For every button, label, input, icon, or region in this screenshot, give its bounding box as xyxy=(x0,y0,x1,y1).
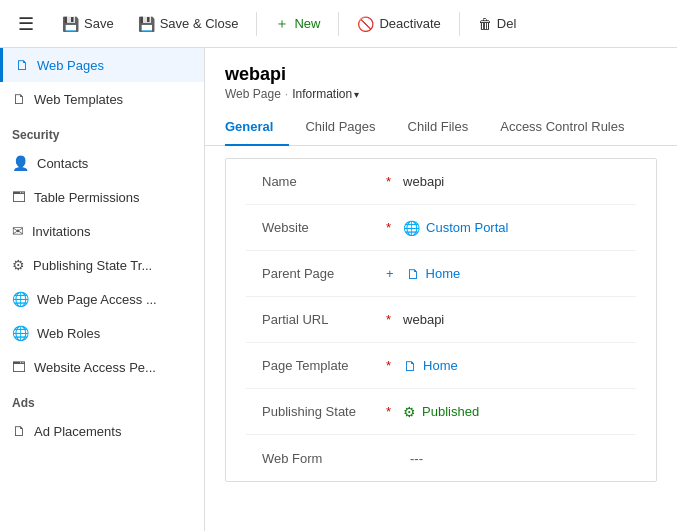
web-pages-icon: 🗋 xyxy=(15,57,29,73)
required-website: * xyxy=(386,220,391,235)
section-ads: Ads xyxy=(0,384,204,414)
breadcrumb-section-dropdown[interactable]: Information ▾ xyxy=(292,87,359,101)
sidebar-item-label-web-roles: Web Roles xyxy=(37,326,100,341)
value-publishing-state[interactable]: ⚙ Published xyxy=(403,404,479,420)
delete-label: Del xyxy=(497,16,517,31)
sidebar-item-ad-placements[interactable]: 🗋 Ad Placements xyxy=(0,414,204,448)
form-row-page-template: Page Template * 🗋 Home xyxy=(246,343,636,389)
toolbar-divider-3 xyxy=(459,12,460,36)
form-area: Name * webapi Website * 🌐 Custom Portal … xyxy=(225,158,657,482)
form-row-parent-page: Parent Page + 🗋 Home xyxy=(246,251,636,297)
tab-child-pages[interactable]: Child Pages xyxy=(289,109,391,146)
sidebar-item-label-invitations: Invitations xyxy=(32,224,91,239)
required-name: * xyxy=(386,174,391,189)
web-templates-icon: 🗋 xyxy=(12,91,26,107)
label-parent-page: Parent Page xyxy=(262,266,382,281)
parent-page-icon: 🗋 xyxy=(406,266,420,282)
contacts-icon: 👤 xyxy=(12,155,29,171)
sidebar-item-table-permissions[interactable]: 🗔 Table Permissions xyxy=(0,180,204,214)
sidebar-item-label-web-templates: Web Templates xyxy=(34,92,123,107)
sidebar: 🗋 Web Pages 🗋 Web Templates Security 👤 C… xyxy=(0,48,205,531)
label-partial-url: Partial URL xyxy=(262,312,382,327)
value-website[interactable]: 🌐 Custom Portal xyxy=(403,220,508,236)
publishing-state-val-icon: ⚙ xyxy=(403,404,416,420)
sidebar-item-website-access[interactable]: 🗔 Website Access Pe... xyxy=(0,350,204,384)
value-parent-page[interactable]: 🗋 Home xyxy=(406,266,461,282)
section-security: Security xyxy=(0,116,204,146)
sidebar-item-label-website-access: Website Access Pe... xyxy=(34,360,156,375)
breadcrumb-chevron-icon: ▾ xyxy=(354,89,359,100)
sidebar-item-label-contacts: Contacts xyxy=(37,156,88,171)
sidebar-item-publishing-state[interactable]: ⚙ Publishing State Tr... xyxy=(0,248,204,282)
sidebar-item-label-publishing-state: Publishing State Tr... xyxy=(33,258,152,273)
sidebar-item-contacts[interactable]: 👤 Contacts xyxy=(0,146,204,180)
main-layout: 🗋 Web Pages 🗋 Web Templates Security 👤 C… xyxy=(0,48,677,531)
tab-access-control-rules[interactable]: Access Control Rules xyxy=(484,109,640,146)
sidebar-item-label-table-permissions: Table Permissions xyxy=(34,190,140,205)
invitations-icon: ✉ xyxy=(12,223,24,239)
table-permissions-icon: 🗔 xyxy=(12,189,26,205)
value-page-template[interactable]: 🗋 Home xyxy=(403,358,458,374)
deactivate-icon: 🚫 xyxy=(357,16,374,32)
sidebar-item-web-roles[interactable]: 🌐 Web Roles xyxy=(0,316,204,350)
required-publishing-state: * xyxy=(386,404,391,419)
form-row-web-form: Web Form --- xyxy=(246,435,636,481)
sidebar-item-web-pages[interactable]: 🗋 Web Pages xyxy=(0,48,204,82)
label-web-form: Web Form xyxy=(262,451,382,466)
new-icon: ＋ xyxy=(275,15,289,33)
save-close-button[interactable]: 💾 Save & Close xyxy=(128,10,249,38)
delete-icon: 🗑 xyxy=(478,16,492,32)
sidebar-item-label-ad-placements: Ad Placements xyxy=(34,424,121,439)
required-page-template: * xyxy=(386,358,391,373)
page-title: webapi xyxy=(225,64,657,85)
hamburger-menu[interactable]: ☰ xyxy=(12,7,40,41)
required-parent-page: + xyxy=(386,266,394,281)
sidebar-item-web-templates[interactable]: 🗋 Web Templates xyxy=(0,82,204,116)
sidebar-item-invitations[interactable]: ✉ Invitations xyxy=(0,214,204,248)
form-row-publishing-state: Publishing State * ⚙ Published xyxy=(246,389,636,435)
toolbar: ☰ 💾 Save 💾 Save & Close ＋ New 🚫 Deactiva… xyxy=(0,0,677,48)
sidebar-item-label-web-pages: Web Pages xyxy=(37,58,104,73)
content-area: webapi Web Page · Information ▾ General … xyxy=(205,48,677,531)
save-button[interactable]: 💾 Save xyxy=(52,10,124,38)
save-close-label: Save & Close xyxy=(160,16,239,31)
page-template-icon: 🗋 xyxy=(403,358,417,374)
label-name: Name xyxy=(262,174,382,189)
deactivate-label: Deactivate xyxy=(379,16,440,31)
form-row-website: Website * 🌐 Custom Portal xyxy=(246,205,636,251)
web-page-access-icon: 🌐 xyxy=(12,291,29,307)
breadcrumb-type: Web Page xyxy=(225,87,281,101)
label-website: Website xyxy=(262,220,382,235)
form-row-name: Name * webapi xyxy=(246,159,636,205)
publishing-state-icon: ⚙ xyxy=(12,257,25,273)
toolbar-divider-1 xyxy=(256,12,257,36)
deactivate-button[interactable]: 🚫 Deactivate xyxy=(347,10,450,38)
breadcrumb: Web Page · Information ▾ xyxy=(225,87,657,101)
toolbar-divider-2 xyxy=(338,12,339,36)
new-button[interactable]: ＋ New xyxy=(265,9,330,39)
sidebar-item-label-web-page-access: Web Page Access ... xyxy=(37,292,157,307)
required-partial-url: * xyxy=(386,312,391,327)
save-label: Save xyxy=(84,16,114,31)
new-label: New xyxy=(294,16,320,31)
sidebar-item-web-page-access[interactable]: 🌐 Web Page Access ... xyxy=(0,282,204,316)
value-name: webapi xyxy=(403,174,444,189)
web-roles-icon: 🌐 xyxy=(12,325,29,341)
ad-placements-icon: 🗋 xyxy=(12,423,26,439)
form-row-partial-url: Partial URL * webapi xyxy=(246,297,636,343)
label-publishing-state: Publishing State xyxy=(262,404,382,419)
tab-child-files[interactable]: Child Files xyxy=(392,109,485,146)
breadcrumb-section-label: Information xyxy=(292,87,352,101)
value-web-form: --- xyxy=(410,451,423,466)
label-page-template: Page Template xyxy=(262,358,382,373)
save-icon: 💾 xyxy=(62,16,79,32)
page-header: webapi Web Page · Information ▾ xyxy=(205,48,677,101)
tab-general[interactable]: General xyxy=(225,109,289,146)
value-partial-url: webapi xyxy=(403,312,444,327)
breadcrumb-separator: · xyxy=(285,87,288,101)
save-close-icon: 💾 xyxy=(138,16,155,32)
website-globe-icon: 🌐 xyxy=(403,220,420,236)
tab-bar: General Child Pages Child Files Access C… xyxy=(205,109,677,146)
delete-button[interactable]: 🗑 Del xyxy=(468,10,527,38)
website-access-icon: 🗔 xyxy=(12,359,26,375)
